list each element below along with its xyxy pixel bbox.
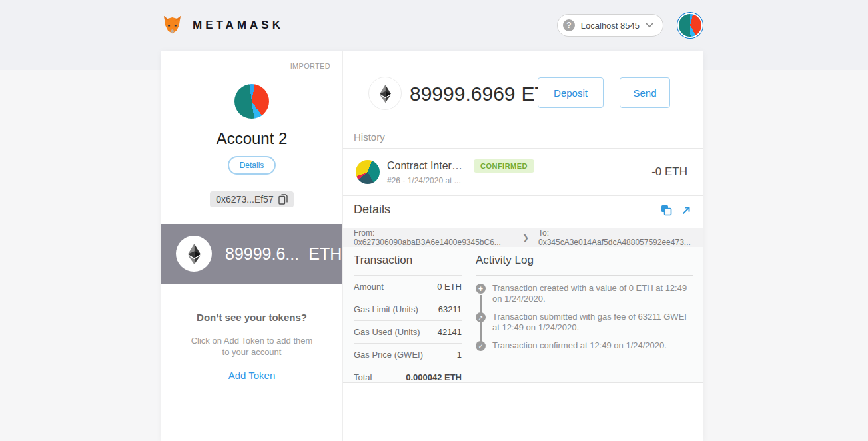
table-row: Amount 0 ETH [354,275,462,298]
activity-log-heading: Activity Log [476,251,693,276]
details-title: Details [354,203,390,217]
transaction-heading: Transaction [354,251,462,275]
from-to-bar: From: 0x627306090abaB3A6e1400e9345bC6...… [343,228,703,247]
transaction-row[interactable]: Contract Inter… CONFIRMED #26 - 1/24/202… [343,149,703,196]
header-controls: ? Localhost 8545 [557,12,703,39]
deposit-button[interactable]: Deposit [538,77,604,108]
account-address: 0x6273...Ef57 [216,194,273,205]
copy-address-icon[interactable] [278,194,288,205]
tokens-prompt: Don’t see your tokens? Click on Add Toke… [161,312,342,382]
row-value: 0 ETH [437,282,462,292]
row-label: Amount [354,282,384,292]
tx-amount: -0 ETH [651,165,687,179]
row-label: Total [354,372,372,382]
sidebar-balance: 89999.6... [225,244,299,264]
table-row: Gas Limit (Units) 63211 [354,298,462,320]
main-balance: 89999.6969 [410,83,516,105]
tokens-prompt-body: Click on Add Token to add them to your a… [187,335,317,358]
chevron-right-icon: ❯ [522,233,529,242]
account-name: Account 2 [161,129,342,148]
app-header: METAMASK ? Localhost 8545 [161,0,703,51]
brand-wordmark: METAMASK [193,19,284,32]
transaction-table: Transaction Amount 0 ETH Gas Limit (Unit… [354,251,462,388]
row-value: 1 [457,350,462,360]
open-explorer-icon[interactable] [680,204,692,216]
confirmed-icon: ✓ [476,341,486,351]
sidebar: IMPORTED Account 2 Details 0x6273...Ef57 [161,51,343,441]
metamask-logo: METAMASK [161,15,284,36]
activity-text: Transaction confirmed at 12:49 on 1/24/2… [492,340,692,351]
content-panel: IMPORTED Account 2 Details 0x6273...Ef57 [161,51,703,441]
tab-history[interactable]: History [354,131,385,143]
details-button[interactable]: Details [228,156,276,175]
main-balance-eth-icon [368,77,402,110]
row-value: 42141 [438,327,462,337]
tx-title: Contract Inter… [387,160,462,172]
activity-text: Transaction submitted with gas fee of 63… [492,312,692,333]
account-avatar [234,84,269,119]
eth-logo-icon [176,236,212,272]
tx-avatar [356,160,380,184]
sidebar-balance-unit: ETH [308,244,342,264]
metamask-app: METAMASK ? Localhost 8545 IMPORTED Accou… [0,0,868,441]
activity-entry: + Transaction created with a value of 0 … [476,283,693,304]
tokens-prompt-title: Don’t see your tokens? [161,312,342,323]
account-menu-jazzicon [677,13,703,38]
fox-icon [161,15,183,36]
activity-entry: ✓ Transaction confirmed at 12:49 on 1/24… [476,340,693,351]
row-label: Gas Limit (Units) [354,304,418,314]
send-button[interactable]: Send [620,77,670,108]
main-content: 89999.6969ETH Deposit Send History Contr… [343,51,703,441]
created-icon: + [476,284,486,294]
add-token-link[interactable]: Add Token [228,370,276,381]
help-icon: ? [563,19,575,31]
tx-status-badge: CONFIRMED [474,159,534,173]
row-value: 63211 [438,304,462,314]
details-actions [660,204,692,216]
row-label: Gas Used (Units) [354,327,420,337]
from-address: From: 0x627306090abaB3A6e1400e9345bC6... [354,228,513,247]
row-label: Gas Price (GWEI) [354,350,423,360]
network-selector[interactable]: ? Localhost 8545 [557,14,663,37]
sidebar-balance-bar: 89999.6... ETH [161,224,342,284]
activity-text: Transaction created with a value of 0 ET… [492,283,692,304]
imported-badge: IMPORTED [290,62,330,70]
row-value: 0.000042 ETH [406,372,462,382]
to-address: To: 0x345cA3e014Aaf5dcA488057592ee473... [538,228,693,247]
table-row: Gas Used (Units) 42141 [354,320,462,343]
tx-info: Contract Inter… CONFIRMED #26 - 1/24/202… [387,159,534,185]
submitted-icon: ↗ [476,312,486,322]
tx-subtitle: #26 - 1/24/2020 at ... [387,176,534,185]
account-menu-avatar[interactable] [677,12,703,39]
copy-tx-icon[interactable] [660,204,672,216]
activity-entries: + Transaction created with a value of 0 … [476,283,693,351]
chevron-down-icon [646,23,653,28]
details-body: Transaction Amount 0 ETH Gas Limit (Unit… [343,247,703,383]
activity-entry: ↗ Transaction submitted with gas fee of … [476,312,693,333]
address-chip[interactable]: 0x6273...Ef57 [210,191,293,207]
table-row-total: Total 0.000042 ETH [354,366,462,388]
table-row: Gas Price (GWEI) 1 [354,343,462,366]
network-label: Localhost 8545 [581,21,640,31]
activity-log: Activity Log + Transaction created with … [476,251,693,351]
